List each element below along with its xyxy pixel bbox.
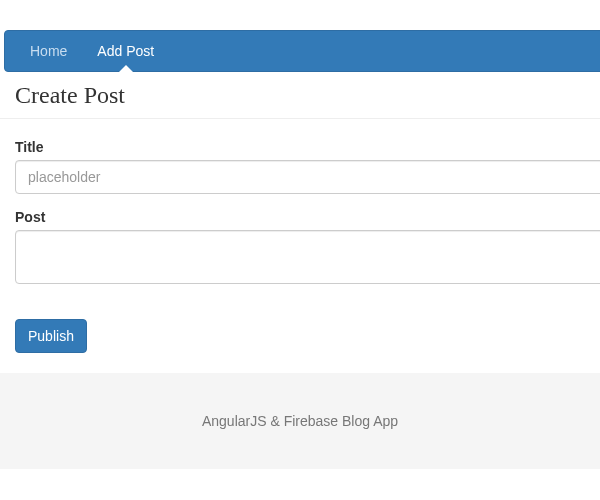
- main-navbar: Home Add Post: [4, 30, 600, 72]
- page-header: Create Post: [0, 82, 600, 119]
- page-title: Create Post: [15, 82, 600, 109]
- title-label: Title: [15, 139, 44, 155]
- footer: AngularJS & Firebase Blog App: [0, 373, 600, 469]
- footer-text: AngularJS & Firebase Blog App: [0, 413, 600, 429]
- publish-button[interactable]: Publish: [15, 319, 87, 353]
- post-group: Post: [15, 209, 585, 284]
- post-textarea[interactable]: [15, 230, 600, 284]
- title-group: Title: [15, 139, 585, 194]
- nav-item-home[interactable]: Home: [15, 31, 82, 71]
- nav-item-add-post[interactable]: Add Post: [82, 31, 169, 71]
- create-post-form: Title Post Publish: [0, 139, 600, 353]
- post-label: Post: [15, 209, 45, 225]
- nav-link-home[interactable]: Home: [15, 31, 82, 71]
- nav-link-add-post[interactable]: Add Post: [82, 31, 169, 71]
- title-input[interactable]: [15, 160, 600, 194]
- nav-list: Home Add Post: [5, 31, 600, 71]
